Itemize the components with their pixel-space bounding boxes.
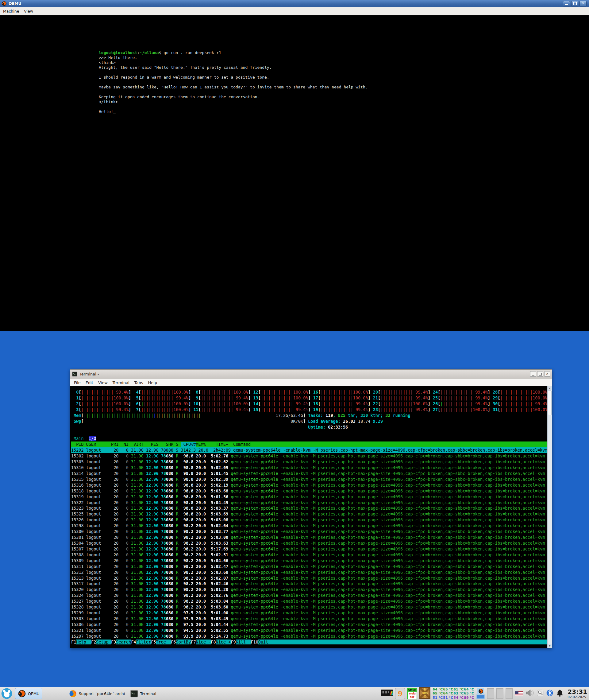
process-row-15319[interactable]: 15319 logout 20 0 31.0G 12.9G 78080 R 98… [71,494,548,500]
process-row-15326[interactable]: 15326 logout 20 0 31.0G 12.9G 78080 R 98… [71,517,548,523]
task-button-qemu[interactable]: QEMU [15,688,42,699]
process-row-15305[interactable]: 15305 logout 20 0 31.0G 12.9G 78080 R 98… [71,459,548,465]
dosbox-icon[interactable]: B DOS X [419,687,430,700]
terminal-menu-terminal[interactable]: Terminal [110,380,132,385]
qemu-minimize-button[interactable] [563,1,570,6]
smsq-emulator-icon[interactable]: SMSQ mula tor [407,688,417,699]
fkey-f7[interactable]: F7Nice - [191,640,211,645]
scroll-up-arrow[interactable]: ▲ [548,386,552,390]
fkey-f10[interactable]: F10Quit [251,640,273,645]
qemu-tray-icon[interactable] [477,688,484,694]
process-row-15315[interactable]: 15315 logout 20 0 31.0G 12.9G 78080 R 98… [71,476,548,482]
qemu-guest-display[interactable]: logout@localhost:~/ollama$ go run . run … [0,15,589,331]
process-row-15328[interactable]: 15328 logout 20 0 31.0G 12.9G 78080 R 98… [71,604,548,610]
zx-spectrum-emulator-icon[interactable] [381,690,393,698]
qemu-tray-stack [476,688,485,699]
process-row-15310[interactable]: 15310 logout 20 0 31.0G 12.9G 78080 R 98… [71,465,548,471]
tab-main[interactable]: Main [73,436,84,441]
process-row-15298[interactable]: 15298 logout 20 0 31.0G 12.9G 78080 R 98… [71,523,548,529]
cpu-meter-row: 3[||||||||||||| 99.4%] 7[|||||||||||||10… [71,407,548,413]
guest-terminal-line: Hello!_ [99,109,368,114]
fkey-f8[interactable]: F8Nice + [211,640,231,645]
process-row-15323[interactable]: 15323 logout 20 0 31.0G 12.9G 78080 R 98… [71,505,548,511]
tab-io[interactable]: I/O [89,436,96,441]
fkey-f3[interactable]: F3Search [111,640,131,645]
process-row-15303[interactable]: 15303 logout 20 0 31.0G 12.9G 78080 R 97… [71,616,548,622]
guest-terminal-line: Alright, the user said "Hello there." Th… [99,65,368,70]
process-row-15302[interactable]: 15302 logout 20 0 31.0G 12.9G 78080 R 98… [71,453,548,459]
process-row-15322[interactable]: 15322 logout 20 0 31.0G 12.9G 78080 R 98… [71,500,548,506]
process-row-15300[interactable]: 15300 logout 20 0 31.0G 12.9G 78080 R 98… [71,529,548,535]
qemu-display-tray-icon[interactable] [476,694,485,699]
qemu-icon [18,690,26,698]
qemu-menu-machine[interactable]: Machine [1,9,21,13]
terminal-titlebar[interactable]: Terminal - ✕ [70,370,552,379]
terminal-menu-help[interactable]: Help [146,380,160,385]
tray-placeholder-2[interactable] [497,688,504,699]
process-row-15304[interactable]: 15304 logout 20 0 31.0G 12.9G 78080 R 98… [71,540,548,546]
qemu-titlebar[interactable]: QEMU ✕ [0,0,589,7]
fkey-f5[interactable]: F5Tree [151,640,171,645]
process-row-15327[interactable]: 15327 logout 20 0 31.0G 12.9G 78080 R 98… [71,598,548,604]
plan9-icon[interactable]: 9 [395,688,405,699]
terminal-maximize-button[interactable] [537,371,543,377]
process-row-15306[interactable]: 15306 logout 20 0 31.0G 12.9G 78080 R 97… [71,622,548,627]
fkey-f2[interactable]: F2Setup [91,640,111,645]
terminal-content[interactable]: 0[||||||||||||| 99.4%] 4[|||||||||||||10… [70,386,552,648]
process-row-15309[interactable]: 15309 logout 20 0 31.0G 12.9G 78080 R 98… [71,558,548,564]
task-button-firefox[interactable]: Support `ppc64le` archi... [66,688,128,699]
cpu-meter-20: 20[||||||||||||| 99.4%] [373,390,430,395]
process-row-15314[interactable]: 15314 logout 20 0 31.0G 12.9G 78080 R 98… [71,471,548,476]
process-row-15297[interactable]: 15297 logout 20 0 31.0G 12.9G 78080 R 93… [71,634,548,639]
tray-placeholder-1[interactable] [487,688,494,699]
process-table-header[interactable]: PID USER PRI NI VIRT RES SHR S CPU%▽MEM%… [71,441,548,447]
qemu-close-button[interactable]: ✕ [580,1,587,6]
applications-menu-button[interactable] [1,688,13,699]
process-row-15324[interactable]: 15324 logout 20 0 31.0G 12.9G 78080 R 98… [71,592,548,598]
fkey-f1[interactable]: F1Help [71,640,91,645]
terminal-minimize-button[interactable] [530,371,536,377]
clock-date: 02.02.2025 [568,695,587,699]
fkey-f6[interactable]: F6SortBy [171,640,191,645]
volume-icon[interactable] [525,688,534,699]
process-row-15317[interactable]: 15317 logout 20 0 31.0G 12.9G 78080 R 98… [71,581,548,587]
scrollbar-thumb[interactable] [548,391,552,415]
bluetooth-icon[interactable] [546,689,553,698]
process-row-15320[interactable]: 15320 logout 20 0 31.0G 12.9G 78080 R 98… [71,587,548,592]
temp-sensor-1-3: 65 °C [464,691,474,696]
process-row-15313[interactable]: 15313 logout 20 0 31.0G 12.9G 78080 R 98… [71,575,548,581]
cpu-temperature-readout[interactable]: 64 °C65 °C61 °C64 °C65 °C64 °C63 °C65 °C… [432,687,474,700]
terminal-menu-view[interactable]: View [96,380,110,385]
task-button-terminal[interactable]: Terminal - [128,688,186,699]
process-row-15321[interactable]: 15321 logout 20 0 31.0G 12.9G 78080 R 94… [71,627,548,634]
process-row-15318[interactable]: 15318 logout 20 0 31.0G 12.9G 78080 R 98… [71,488,548,494]
process-row-15308[interactable]: 15308 logout 20 0 31.0G 12.9G 78080 R 98… [71,552,548,558]
tray-placeholder-3[interactable] [506,688,513,699]
terminal-scrollbar[interactable]: ▲ ▼ [547,386,552,648]
process-row-selected-15292[interactable]: 15292 logout 20 0 31.0G 12.9G 78080 S 31… [71,447,548,453]
keyboard-layout-us-flag-icon[interactable] [515,691,523,696]
clock[interactable]: 23:31 02.02.2025 [568,689,587,699]
qemu-maximize-button[interactable] [571,1,578,6]
process-row-15299[interactable]: 15299 logout 20 0 31.0G 12.9G 78080 R 97… [71,610,548,616]
scroll-down-arrow[interactable]: ▼ [548,644,552,648]
process-row-15301[interactable]: 15301 logout 20 0 31.0G 12.9G 78080 R 98… [71,535,548,540]
qemu-menu-view[interactable]: View [21,9,36,13]
cpu-meter-1: 1[|||||||||||||100.0%] [73,395,131,400]
terminal-window-title: Terminal - [79,372,529,377]
process-row-15325[interactable]: 15325 logout 20 0 31.0G 12.9G 78080 R 98… [71,511,548,517]
fkey-f9[interactable]: F9Kill [231,640,251,645]
cpu-meter-0: 0[||||||||||||| 99.4%] [73,390,131,395]
magnifier-icon[interactable] [537,689,544,698]
fkey-f4[interactable]: F4Filter [131,640,151,645]
process-row-15316[interactable]: 15316 logout 20 0 31.0G 12.9G 78080 R 98… [71,482,548,488]
terminal-menu-file[interactable]: File [71,380,83,385]
terminal-close-button[interactable]: ✕ [544,371,550,377]
htop-tab-bar: Main I/O [71,436,548,441]
notifications-bell-icon[interactable] [556,689,564,698]
process-row-15307[interactable]: 15307 logout 20 0 31.0G 12.9G 78080 R 98… [71,546,548,552]
terminal-menu-edit[interactable]: Edit [83,380,96,385]
process-row-15311[interactable]: 15311 logout 20 0 31.0G 12.9G 78080 R 98… [71,564,548,569]
process-row-15312[interactable]: 15312 logout 20 0 31.0G 12.9G 78080 R 98… [71,569,548,575]
terminal-menu-tabs[interactable]: Tabs [132,380,146,385]
